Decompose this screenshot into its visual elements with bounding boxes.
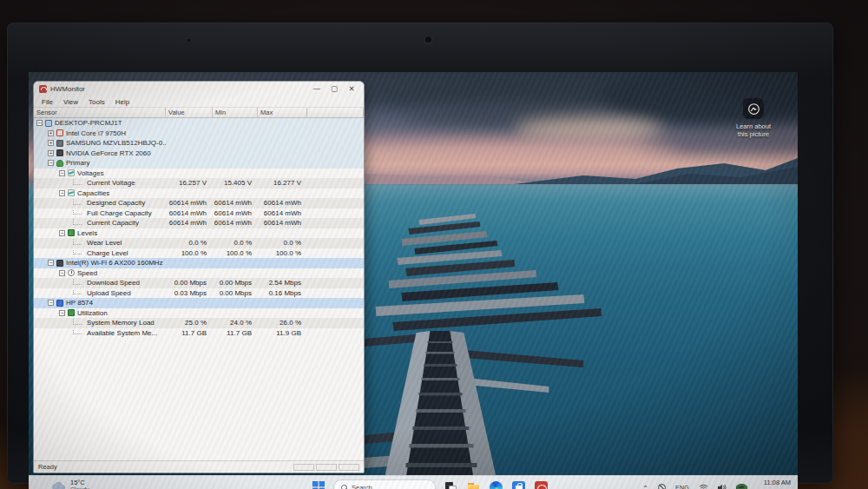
tree-row[interactable]: System Memory Load25.0 %24.0 %26.0 % xyxy=(34,318,364,328)
collapse-toggle[interactable]: − xyxy=(48,160,54,166)
sensor-label: Intel(R) Wi-Fi 6 AX200 160MHz xyxy=(66,259,163,267)
mic-hole xyxy=(187,39,190,42)
sensor-label: Available System Me... xyxy=(87,329,157,337)
search-input[interactable]: Search xyxy=(333,479,436,489)
sensor-value: 60614 mWh xyxy=(213,199,258,207)
tree-row[interactable]: −Utilization xyxy=(34,308,364,319)
collapse-toggle[interactable]: − xyxy=(59,310,65,316)
column-empty xyxy=(307,108,364,117)
menu-help[interactable]: Help xyxy=(110,98,135,106)
tree-row[interactable]: −HP 8574 xyxy=(34,298,364,308)
collapse-toggle[interactable]: − xyxy=(48,300,54,306)
taskbar-center: Search xyxy=(311,476,549,489)
weather-temp: 15°C xyxy=(70,479,89,486)
column-sensor[interactable]: Sensor xyxy=(34,108,166,117)
menu-tools[interactable]: Tools xyxy=(83,98,110,106)
sensor-value: 60614 mWh xyxy=(166,219,213,227)
column-max[interactable]: Max xyxy=(258,108,307,117)
collapse-toggle[interactable]: − xyxy=(59,270,65,276)
file-explorer-button[interactable] xyxy=(466,480,481,489)
sensor-label: Capacities xyxy=(77,189,109,197)
levels-icon xyxy=(68,229,75,236)
minimize-button[interactable]: — xyxy=(308,83,326,96)
microsoft-store-button[interactable] xyxy=(511,480,526,489)
menu-bar: FileViewToolsHelp xyxy=(34,96,364,108)
menu-view[interactable]: View xyxy=(58,98,83,106)
sensor-label: Voltages xyxy=(77,169,104,177)
sensor-label: NVIDIA GeForce RTX 2060 xyxy=(66,149,151,157)
tree-row[interactable]: −Capacities xyxy=(34,188,364,199)
sensor-label: Utilization xyxy=(77,309,108,317)
tree-row[interactable]: −Levels xyxy=(34,228,364,239)
tree-row[interactable]: −Voltages xyxy=(34,169,364,179)
hwmonitor-taskbar-button[interactable] xyxy=(534,480,549,489)
wifi-icon[interactable] xyxy=(699,484,708,489)
sensor-value: 0.0 % xyxy=(166,239,213,247)
sensor-value: 100.0 % xyxy=(258,249,307,257)
sensor-value: 16.277 V xyxy=(258,179,307,187)
sensor-value: 0.03 Mbps xyxy=(166,289,213,297)
sensor-value: 11.7 GB xyxy=(166,329,213,337)
tree-row[interactable]: −Speed xyxy=(34,268,364,279)
hwmonitor-icon xyxy=(535,481,548,489)
learn-about-picture[interactable]: Learn about this picture xyxy=(721,98,786,138)
tree-row[interactable]: Current Capacity60614 mWh60614 mWh60614 … xyxy=(34,218,364,228)
tree-line xyxy=(73,319,82,325)
collapse-toggle[interactable]: − xyxy=(36,120,43,126)
maximize-button[interactable]: ▢ xyxy=(326,83,343,96)
voltage-icon xyxy=(68,169,75,176)
tree-row[interactable]: Current Voltage16.257 V15.405 V16.277 V xyxy=(34,178,364,188)
hwmonitor-app-icon xyxy=(39,85,47,93)
hidden-icons-chevron[interactable]: ⌃ xyxy=(642,485,648,489)
tree-row[interactable]: +SAMSUNG MZVLB512HBJQ-0.. xyxy=(34,138,364,149)
start-button[interactable] xyxy=(311,480,326,489)
menu-file[interactable]: File xyxy=(36,98,58,106)
picture-info-icon[interactable] xyxy=(743,98,764,119)
collapse-toggle[interactable]: − xyxy=(59,190,65,196)
collapse-toggle[interactable]: − xyxy=(59,230,65,236)
sensor-value: 24.0 % xyxy=(213,319,258,327)
column-min[interactable]: Min xyxy=(213,108,258,117)
time: 11:08 AM xyxy=(760,479,791,487)
cloud-slash-icon[interactable] xyxy=(658,484,666,489)
tree-row[interactable]: Available System Me...11.7 GB11.7 GB11.9… xyxy=(34,328,364,339)
task-view-button[interactable] xyxy=(444,480,458,489)
tree-row[interactable]: +NVIDIA GeForce RTX 2060 xyxy=(34,149,364,159)
collapse-toggle[interactable]: − xyxy=(48,260,54,266)
volume-icon[interactable] xyxy=(718,484,727,489)
sensor-value: 60614 mWh xyxy=(213,209,258,217)
search-placeholder: Search xyxy=(352,484,372,489)
expand-toggle[interactable]: + xyxy=(48,130,54,136)
battery-icon[interactable] xyxy=(736,484,747,489)
tree-row[interactable]: Charge Level100.0 %100.0 %100.0 % xyxy=(34,248,364,259)
edge-button[interactable] xyxy=(489,480,503,489)
title-bar[interactable]: HWMonitor — ▢ ✕ xyxy=(34,82,364,96)
cloud-icon xyxy=(51,481,66,489)
column-header: Sensor Value Min Max xyxy=(34,108,364,118)
microsoft-store-icon xyxy=(512,481,525,489)
tree-row[interactable]: Upload Speed0.03 Mbps0.00 Mbps0.16 Mbps xyxy=(34,288,364,299)
sensor-value: 100.0 % xyxy=(213,249,258,257)
tree-row[interactable]: Download Speed0.00 Mbps0.00 Mbps2.54 Mbp… xyxy=(34,278,364,288)
tree-row[interactable]: −DESKTOP-PRCMJ1T xyxy=(34,118,364,129)
tree-row[interactable]: Full Charge Capacity60614 mWh60614 mWh60… xyxy=(34,208,364,219)
sensor-value: 15.405 V xyxy=(213,179,258,187)
language-indicator[interactable]: ENG xyxy=(675,485,689,489)
sensor-value: 0.0 % xyxy=(213,239,258,247)
tree-row[interactable]: Wear Level0.0 %0.0 %0.0 % xyxy=(34,238,364,248)
tree-row[interactable]: −Intel(R) Wi-Fi 6 AX200 160MHz xyxy=(34,258,364,268)
sensor-value: 0.16 Mbps xyxy=(258,289,307,297)
collapse-toggle[interactable]: − xyxy=(59,170,65,176)
tree-row[interactable]: Designed Capacity60614 mWh60614 mWh60614… xyxy=(34,198,364,208)
cpu-icon xyxy=(56,129,63,136)
status-text: Ready xyxy=(38,463,293,471)
sensor-value: 60614 mWh xyxy=(213,219,258,227)
column-value[interactable]: Value xyxy=(166,108,213,117)
expand-toggle[interactable]: + xyxy=(48,140,54,146)
close-button[interactable]: ✕ xyxy=(343,83,360,96)
weather-widget[interactable]: 15°C Cloudy xyxy=(51,479,89,489)
expand-toggle[interactable]: + xyxy=(48,150,54,156)
tree-row[interactable]: +Intel Core i7 9750H xyxy=(34,129,364,139)
tree-row[interactable]: −Primary xyxy=(34,158,364,169)
clock[interactable]: 11:08 AM 10/28/2025 xyxy=(760,479,791,489)
